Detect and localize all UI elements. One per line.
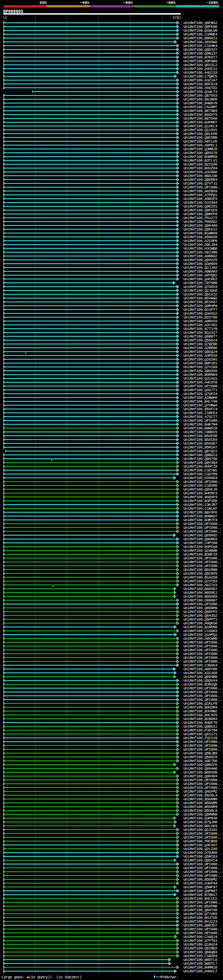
svg-text:20%: 20%: [39, 0, 47, 5]
svg-text:~40%: ~40%: [79, 0, 89, 5]
svg-text:~80%: ~80%: [166, 0, 176, 5]
svg-text:~60%: ~60%: [123, 0, 133, 5]
svg-text:Large gaps: ▲(in Query)/- (in: Large gaps: ▲(in Query)/- (in Subject): [2, 975, 82, 979]
svg-text:=50char.: =50char.: [162, 975, 179, 979]
svg-text:~100%: ~100%: [206, 0, 218, 5]
svg-text:278|: 278|: [172, 16, 181, 20]
svg-text:UniRef100_A4HCL7: UniRef100_A4HCL7: [184, 969, 217, 974]
svg-text:|1: |1: [3, 16, 7, 20]
svg-text:AlignView.pm Beta rel.7: AlignView.pm Beta rel.7: [140, 9, 181, 13]
